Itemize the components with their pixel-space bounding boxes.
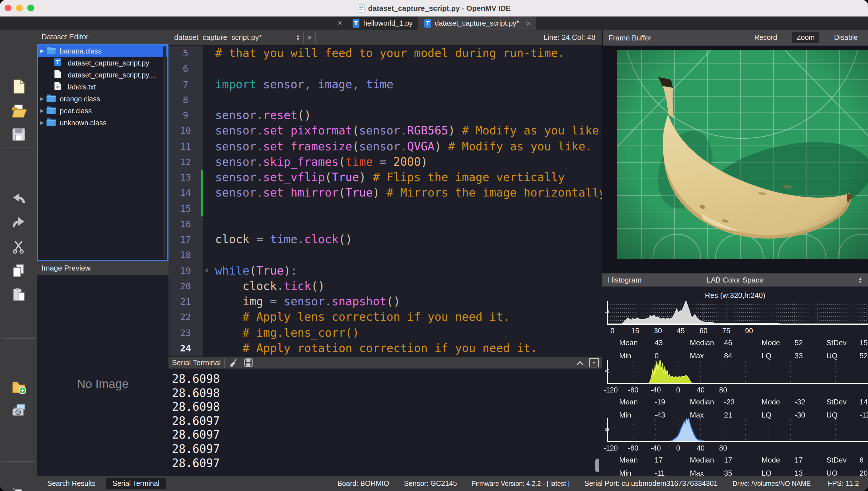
change-marker xyxy=(201,201,203,216)
file-selector-spinner-icon[interactable]: ▲▼ xyxy=(296,34,300,41)
stat-value: -32 xyxy=(795,398,827,406)
terminal-line: 28.6098 xyxy=(172,386,602,400)
save-icon[interactable] xyxy=(10,126,27,142)
code-text: sensor.reset() xyxy=(203,108,311,123)
tree-item-unknown-class[interactable]: ▶unknown.class xyxy=(38,117,167,129)
code-line-22: 22 # Apply lens correction if you need i… xyxy=(168,310,602,325)
tree-item-banana-class[interactable]: ▶banana.class xyxy=(38,45,167,57)
status-board: Board: BORMIO xyxy=(337,479,389,487)
new-class-folder-icon[interactable] xyxy=(10,379,27,395)
tab-serial-terminal[interactable]: Serial Terminal xyxy=(106,478,166,489)
stat-label: Mode xyxy=(762,456,795,464)
code-line-21: 21 img = sensor.snapshot() xyxy=(168,294,602,310)
terminal-scrollbar[interactable] xyxy=(595,459,599,472)
tree-item-dataset-capture-script-py-[interactable]: dataset_capture_script.py.... xyxy=(38,69,167,81)
code-text xyxy=(203,248,215,263)
colorspace-select[interactable]: LAB Color Space xyxy=(602,276,868,284)
line-number: 19∨ xyxy=(168,263,203,279)
fold-marker-icon[interactable]: ∨ xyxy=(203,263,211,279)
stat-label: Min xyxy=(619,351,655,360)
frame-buffer-view[interactable] xyxy=(602,46,868,273)
redo-icon[interactable] xyxy=(10,215,27,231)
close-tab-icon[interactable]: × xyxy=(526,19,530,28)
tick-label: 60 xyxy=(700,327,708,335)
undo-icon[interactable] xyxy=(10,191,27,207)
zoom-button[interactable]: Zoom xyxy=(792,32,819,43)
code-line-14: 14sensor.set_hmirror(True) # Mirrors the… xyxy=(168,185,602,201)
code-line-17: 17clock = time.clock() xyxy=(168,232,602,248)
code-editor[interactable]: 5# that you will feed to your model duri… xyxy=(168,46,602,356)
scroll-to-bottom-button[interactable]: ▼ xyxy=(589,358,599,367)
stat-value: 14 xyxy=(860,398,868,406)
disclosure-triangle-icon[interactable]: ▶ xyxy=(38,120,46,125)
tree-item-labels-txt[interactable]: labels.txt xyxy=(38,81,167,93)
stat-label: Mean xyxy=(619,456,655,464)
tab-dataset-capture-script[interactable]: dataset_capture_script.py* × xyxy=(418,17,536,30)
line-number: 6 xyxy=(168,61,203,77)
code-text xyxy=(203,216,215,232)
class-folder-icon xyxy=(46,46,56,56)
tick-label: 75 xyxy=(722,327,730,335)
clear-terminal-icon[interactable] xyxy=(228,358,239,367)
code-line-6: 6 xyxy=(168,61,602,77)
tree-item-dataset-capture-script-py[interactable]: dataset_capture_script.py xyxy=(38,57,167,69)
tree-item-orange-class[interactable]: ▶orange.class xyxy=(38,93,167,105)
line-number: 18 xyxy=(168,248,203,263)
python-file-icon xyxy=(424,19,431,28)
tick-label: 15 xyxy=(631,327,639,335)
no-image-text: No Image xyxy=(77,377,129,391)
copy-icon[interactable] xyxy=(10,263,27,279)
colorspace-spinner-icon[interactable]: ▲▼ xyxy=(858,277,862,283)
editor-filename: dataset_capture_script.py* xyxy=(168,33,262,41)
line-number: 21 xyxy=(168,294,203,310)
terminal-line: 28.6097 xyxy=(172,428,602,442)
serial-terminal-header: Serial Terminal ▼ xyxy=(168,356,602,369)
disclosure-triangle-icon[interactable]: ▶ xyxy=(38,108,46,113)
code-line-8: 8 xyxy=(168,92,602,108)
status-firmware[interactable]: Firmware Version: 4.2.2 - [ latest ] xyxy=(472,480,570,487)
paste-icon[interactable] xyxy=(10,287,27,302)
new-file-icon[interactable] xyxy=(10,79,27,94)
tick-label: 80 xyxy=(719,386,727,394)
line-number: 9 xyxy=(168,108,203,123)
disclosure-triangle-icon[interactable]: ▶ xyxy=(38,96,46,102)
line-number: 17 xyxy=(168,232,203,248)
tab-label: helloworld_1.py xyxy=(363,19,413,27)
tab-search-results[interactable]: Search Results xyxy=(40,478,102,489)
open-folder-icon[interactable] xyxy=(10,103,27,118)
tree-item-label: unknown.class xyxy=(60,119,106,127)
code-line-9: 9sensor.reset() xyxy=(168,108,602,123)
txt-file-icon xyxy=(54,82,64,92)
close-tab-icon[interactable]: × xyxy=(333,17,347,30)
axis-ticks-A: -120-80-4004080 xyxy=(607,386,868,394)
tree-item-pear-class[interactable]: ▶pear.class xyxy=(38,105,167,117)
line-number: 15 xyxy=(168,201,203,216)
stats-row-L-2: Min0Max84LQ33UQ52 xyxy=(619,351,864,360)
disable-button[interactable]: Disable xyxy=(830,32,862,43)
terminal-line: 28.6098 xyxy=(172,400,602,414)
stat-value: 52 xyxy=(795,338,827,347)
code-text xyxy=(203,201,215,216)
histogram-chart-B: B xyxy=(607,418,868,442)
record-button[interactable]: Record xyxy=(750,32,782,43)
capture-image-icon[interactable] xyxy=(10,403,27,418)
tick-label: 30 xyxy=(654,327,662,335)
document-icon xyxy=(357,4,365,12)
stat-label: Mode xyxy=(762,338,795,347)
stat-value: -19 xyxy=(655,398,690,406)
save-log-icon[interactable] xyxy=(244,358,253,367)
connect-icon[interactable] xyxy=(10,487,27,491)
serial-terminal-output[interactable]: 28.609828.609828.609828.609728.609728.60… xyxy=(168,369,602,475)
stat-value: 43 xyxy=(655,338,690,347)
collapse-terminal-icon[interactable] xyxy=(577,360,583,365)
py-file-icon xyxy=(54,58,64,68)
tree-scrollbar[interactable] xyxy=(163,46,166,259)
image-preview-title: Image Preview xyxy=(41,264,91,272)
channel-label-B: B xyxy=(603,425,610,434)
disclosure-triangle-icon[interactable]: ▶ xyxy=(38,49,46,54)
status-drive: Drive: /Volumes/NO NAME xyxy=(733,480,811,487)
close-file-icon[interactable]: × xyxy=(307,33,312,42)
terminal-line: 28.6097 xyxy=(172,456,602,470)
tab-helloworld[interactable]: helloworld_1.py xyxy=(347,17,418,30)
cut-icon[interactable] xyxy=(10,239,27,255)
